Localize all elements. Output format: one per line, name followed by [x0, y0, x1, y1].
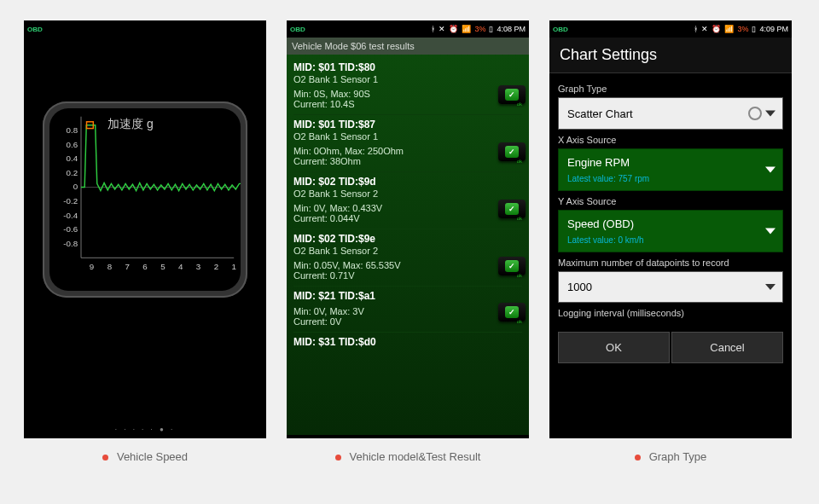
alarm-icon: ⏰ [712, 25, 721, 33]
dropdown-x-axis-source[interactable]: Engine RPM Latest value: 757 rpm [558, 148, 783, 191]
test-result-item[interactable]: MID: $01 TID:$80O2 Bank 1 Sensor 1 Min: … [293, 61, 522, 115]
result-current: Current: 0V [293, 316, 522, 327]
result-current: Current: 10.4S [293, 99, 522, 109]
svg-text:6: 6 [142, 262, 147, 271]
test-result-item[interactable]: MID: $31 TID:$d0 [293, 336, 522, 348]
status-bar: OBD ᚼ ✕ ⏰ 📶 3% ▯ 4:08 PM [287, 20, 529, 38]
ok-badge: ✓ ok [498, 142, 526, 161]
svg-text:-0.8: -0.8 [63, 239, 78, 248]
result-mid: MID: $21 TID:$a1 [293, 290, 522, 302]
latest-value: Latest value: 757 rpm [567, 174, 774, 183]
pager-dots[interactable]: · · · · · ● · [24, 426, 266, 433]
radio-icon [748, 107, 762, 120]
svg-text:2: 2 [214, 262, 218, 271]
status-bar: OBD ᚼ ✕ ⏰ 📶 3% ▯ 4:09 PM [549, 20, 792, 38]
result-current: Current: 38Ohm [293, 156, 522, 166]
app-bar-title: Chart Settings [549, 38, 792, 73]
ok-badge: ✓ ok [498, 85, 526, 104]
section-label-y-source: Y Axis Source [558, 196, 783, 206]
latest-value: Latest value: 0 km/h [567, 235, 774, 245]
result-range: Min: 0S, Max: 90S [293, 89, 522, 99]
ok-badge: ✓ ok [498, 257, 526, 275]
ok-badge: ✓ ok [498, 303, 526, 322]
battery-icon: ▯ [489, 25, 493, 33]
battery-text: 3% [474, 25, 485, 33]
test-result-item[interactable]: MID: $21 TID:$a1 Min: 0V, Max: 3V Curren… [293, 290, 522, 333]
result-range: Min: 0Ohm, Max: 250Ohm [293, 146, 522, 156]
input-max-datapoints[interactable]: 1000 [558, 271, 783, 303]
ok-button[interactable]: OK [558, 332, 670, 363]
bluetooth-icon: ᚼ [694, 25, 698, 33]
mute-icon: ✕ [701, 25, 708, 33]
section-label-log-interval: Logging interval (milliseconds) [558, 308, 783, 318]
svg-text:8: 8 [107, 262, 112, 271]
result-sensor: O2 Bank 1 Sensor 1 [293, 131, 522, 142]
svg-text:1: 1 [231, 262, 235, 271]
result-mid: MID: $31 TID:$d0 [293, 336, 522, 348]
obd-icon: OBD [27, 26, 43, 33]
chevron-down-icon [765, 167, 775, 173]
status-bar: OBD [24, 20, 266, 38]
chevron-down-icon [765, 229, 775, 235]
chevron-down-icon [765, 284, 775, 290]
mute-icon: ✕ [439, 25, 445, 33]
dropdown-value: Engine RPM [567, 156, 774, 169]
section-label-x-source: X Axis Source [558, 135, 783, 145]
result-mid: MID: $01 TID:$80 [293, 61, 522, 73]
result-mid: MID: $02 TID:$9e [293, 233, 522, 245]
result-range: Min: 0.05V, Max: 65.535V [293, 260, 522, 270]
battery-icon: ▯ [752, 25, 756, 33]
svg-text:0.6: 0.6 [67, 140, 78, 149]
result-sensor: O2 Bank 1 Sensor 1 [293, 74, 522, 84]
section-label-max-points: Maximum number of datapoints to record [558, 258, 783, 268]
bluetooth-icon: ᚼ [431, 25, 435, 33]
check-icon: ✓ [505, 146, 519, 158]
result-sensor: O2 Bank 1 Sensor 2 [293, 246, 522, 256]
result-mid: MID: $02 TID:$9d [293, 176, 522, 188]
dropdown-graph-type[interactable]: Scatter Chart [558, 97, 783, 130]
svg-text:0.4: 0.4 [67, 154, 78, 163]
check-icon: ✓ [505, 203, 519, 215]
accel-chart: 0.80.60.40.20-0.2-0.4-0.6-0.8 987654321 [49, 108, 241, 283]
obd-icon: OBD [290, 26, 305, 33]
svg-text:7: 7 [125, 262, 129, 271]
alarm-icon: ⏰ [449, 25, 458, 33]
check-icon: ✓ [505, 306, 519, 318]
svg-text:-0.6: -0.6 [63, 224, 78, 234]
svg-text:-0.4: -0.4 [63, 211, 78, 220]
check-icon: ✓ [505, 89, 519, 101]
dropdown-value: Scatter Chart [567, 107, 633, 120]
phone-panel-vehicle-speed: OBD 加速度 g 0.80.60.40.20-0.2-0.4-0.6-0.8 … [24, 20, 266, 438]
svg-text:4: 4 [178, 262, 183, 271]
phone-panel-test-results: OBD ᚼ ✕ ⏰ 📶 3% ▯ 4:08 PM Vehicle Mode $0… [287, 20, 529, 438]
dropdown-value: Speed (OBD) [567, 217, 774, 230]
result-range: Min: 0V, Max: 0.433V [293, 203, 522, 213]
test-result-item[interactable]: MID: $02 TID:$9dO2 Bank 1 Sensor 2 Min: … [293, 176, 522, 229]
phone-panel-chart-settings: OBD ᚼ ✕ ⏰ 📶 3% ▯ 4:09 PM Chart Settings … [549, 20, 792, 438]
test-result-item[interactable]: MID: $01 TID:$87O2 Bank 1 Sensor 1 Min: … [293, 119, 522, 172]
result-current: Current: 0.044V [293, 213, 522, 223]
svg-text:0.2: 0.2 [67, 168, 78, 177]
signal-icon: 📶 [724, 25, 734, 33]
caption-c: Graph Type [549, 450, 792, 463]
result-mid: MID: $01 TID:$87 [293, 119, 522, 130]
caption-a: Vehicle Speed [24, 450, 266, 463]
svg-text:3: 3 [196, 262, 200, 271]
svg-text:0.8: 0.8 [67, 125, 78, 135]
caption-b: Vehicle model&Test Result [287, 450, 529, 463]
signal-icon: 📶 [462, 25, 471, 33]
input-value: 1000 [567, 281, 592, 293]
cancel-button[interactable]: Cancel [671, 332, 783, 363]
test-result-item[interactable]: MID: $02 TID:$9eO2 Bank 1 Sensor 2 Min: … [293, 233, 522, 287]
ok-badge: ✓ ok [498, 200, 526, 218]
check-icon: ✓ [505, 260, 519, 272]
chevron-down-icon [765, 111, 775, 117]
screen-title: Vehicle Mode $06 test results [287, 38, 529, 55]
svg-text:0: 0 [73, 182, 78, 191]
dropdown-y-axis-source[interactable]: Speed (OBD) Latest value: 0 km/h [558, 210, 783, 252]
obd-icon: OBD [553, 26, 568, 33]
section-label-graph-type: Graph Type [558, 84, 783, 94]
svg-text:-0.2: -0.2 [63, 196, 78, 206]
gauge-frame: 加速度 g 0.80.60.40.20-0.2-0.4-0.6-0.8 9876… [43, 101, 247, 298]
result-range: Min: 0V, Max: 3V [293, 306, 522, 316]
